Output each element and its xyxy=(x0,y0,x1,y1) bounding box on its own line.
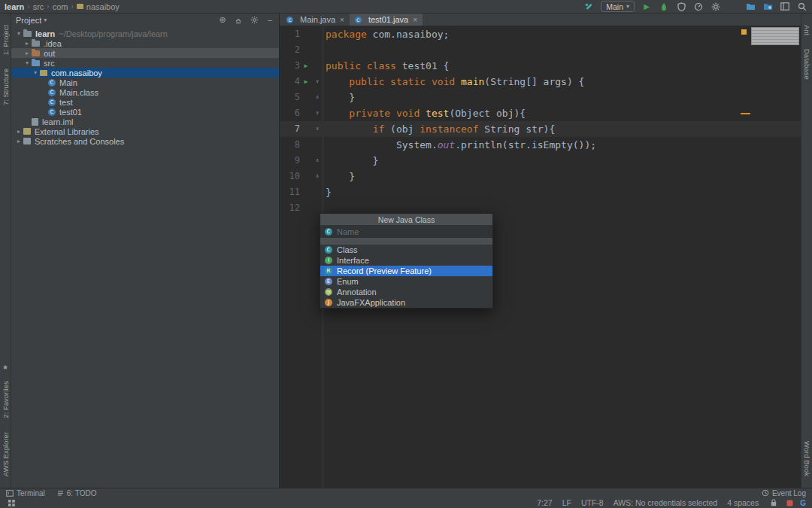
editor-line-10[interactable]: 10∧ } xyxy=(280,169,801,184)
tree-item-main-class[interactable]: CMain.class xyxy=(11,87,279,97)
fold-icon[interactable]: ∧ xyxy=(312,169,323,184)
project-panel-title: Project xyxy=(16,16,41,25)
panel-settings-gear-icon[interactable] xyxy=(250,16,259,25)
fold-icon[interactable]: ∧ xyxy=(312,153,323,169)
popup-separator xyxy=(320,238,492,245)
tree-expand-arrow-icon[interactable]: ▾ xyxy=(31,69,40,76)
hide-panel-icon[interactable]: − xyxy=(265,16,274,25)
breadcrumb-item-src[interactable]: src xyxy=(33,2,44,11)
toolwindow-button-aws-explorer[interactable]: AWS Explorer xyxy=(2,432,10,476)
breadcrumb-item-nasaiboy[interactable]: nasaiboy xyxy=(86,2,120,11)
run-settings-gear-icon[interactable] xyxy=(710,2,721,12)
layout-icon[interactable] xyxy=(780,2,790,12)
close-icon[interactable]: × xyxy=(413,16,417,24)
kind-option-enum[interactable]: EEnum xyxy=(320,276,492,287)
editor-line-3[interactable]: 3▶public class test01 { xyxy=(280,58,801,74)
grazie-icon[interactable]: G xyxy=(800,499,806,507)
editor-line-11[interactable]: 11} xyxy=(280,184,801,200)
tree-item-com-nasaiboy[interactable]: ▾com.nasaiboy xyxy=(11,68,279,78)
status-item-7-27[interactable]: 7:27 xyxy=(537,498,552,507)
status-item-utf-8[interactable]: UTF-8 xyxy=(581,498,604,507)
locate-file-icon[interactable]: ⊕ xyxy=(218,16,227,25)
tab-test01-java[interactable]: Ctest01.java× xyxy=(350,14,423,26)
kind-option-interface[interactable]: IInterface xyxy=(320,255,492,266)
status-item-aws-no-credentials-selected[interactable]: AWS: No credentials selected xyxy=(614,498,718,507)
tree-item-idea[interactable]: ▸.idea xyxy=(11,38,279,48)
toolwindow-terminal-button[interactable]: Terminal xyxy=(6,489,45,497)
inspection-indicator-icon[interactable] xyxy=(741,29,747,35)
tree-item-test[interactable]: Ctest xyxy=(11,97,279,107)
toolwindow-button-ant[interactable]: Ant xyxy=(803,25,811,35)
kind-option-javafxapplication[interactable]: JJavaFXApplication xyxy=(320,297,492,308)
editor-line-1[interactable]: 1package com.nasaiboy; xyxy=(280,26,801,42)
class-name-input[interactable]: C Name xyxy=(320,225,492,238)
breadcrumb-item-learn[interactable]: learn xyxy=(5,2,24,11)
event-log-button[interactable]: Event Log xyxy=(762,489,806,497)
status-item-lf[interactable]: LF xyxy=(562,498,571,507)
fold-icon[interactable]: ∨ xyxy=(312,74,323,90)
kind-option-record-preview-feature[interactable]: RRecord (Preview Feature) xyxy=(320,266,492,276)
build-hammer-icon[interactable] xyxy=(583,2,594,12)
status-item-4-spaces[interactable]: 4 spaces xyxy=(727,498,759,507)
tree-item-out[interactable]: ▸out xyxy=(11,48,279,58)
toolwindow-button-word-book[interactable]: Word Book xyxy=(803,441,811,476)
toolwindow-button-1-project[interactable]: 1: Project xyxy=(2,25,10,55)
run-config-select[interactable]: Main ▾ xyxy=(601,1,635,12)
tab-main-java[interactable]: CMain.java× xyxy=(281,14,350,26)
editor-line-5[interactable]: 5∧ } xyxy=(280,90,801,105)
breadcrumb-item-com[interactable]: com xyxy=(53,2,68,11)
fold-icon[interactable]: ∧ xyxy=(312,90,323,105)
run-arrow-icon[interactable]: ▶ xyxy=(300,58,312,74)
toolwindow-button-database[interactable]: Database xyxy=(803,49,811,80)
kind-option-class[interactable]: CClass xyxy=(320,245,492,255)
class-icon: C xyxy=(48,108,56,116)
library-icon xyxy=(23,128,31,135)
run-arrow-icon[interactable]: ▶ xyxy=(300,74,312,90)
remote-folder-icon[interactable] xyxy=(762,2,773,12)
tree-expand-arrow-icon[interactable]: ▸ xyxy=(23,50,32,56)
notification-plugin-icon[interactable] xyxy=(784,497,795,508)
tree-label: learn.iml xyxy=(42,117,74,126)
toolwindow-button-7-structure[interactable]: 7: Structure xyxy=(2,68,10,105)
tab-label: test01.java xyxy=(368,15,408,24)
tree-expand-arrow-icon[interactable]: ▸ xyxy=(14,128,23,135)
collapse-all-icon[interactable] xyxy=(234,16,243,25)
search-icon[interactable] xyxy=(797,2,807,12)
editor-line-9[interactable]: 9∧ } xyxy=(280,153,801,169)
status-icons: G xyxy=(768,497,806,508)
tree-item-test01[interactable]: Ctest01 xyxy=(11,107,279,117)
tree-expand-arrow-icon[interactable]: ▾ xyxy=(14,30,23,37)
editor-line-4[interactable]: 4▶∨ public static void main(String[] arg… xyxy=(280,74,801,90)
tree-item-main[interactable]: CMain xyxy=(11,78,279,87)
editor-line-2[interactable]: 2 xyxy=(280,42,801,58)
toolwindow-todo-button[interactable]: 6: TODO xyxy=(57,489,97,497)
tree-expand-arrow-icon[interactable]: ▸ xyxy=(23,40,32,47)
editor-line-7[interactable]: 7∨ if (obj instanceof String str){ xyxy=(280,121,801,137)
run-button[interactable]: ▶ xyxy=(641,2,652,12)
editor-line-6[interactable]: 6∨ private void test(Object obj){ xyxy=(280,105,801,121)
tree-item-scratches-and-consoles[interactable]: ▸Scratches and Consoles xyxy=(11,136,279,146)
tree-expand-arrow-icon[interactable]: ▾ xyxy=(23,59,32,66)
fold-icon[interactable]: ∨ xyxy=(312,121,323,137)
run-spacer xyxy=(300,121,312,137)
code-text: private void test(Object obj){ xyxy=(323,105,526,121)
tree-item-src[interactable]: ▾src xyxy=(11,58,279,68)
debug-bug-icon[interactable] xyxy=(659,2,669,12)
toolwindow-button-2-favorites[interactable]: 2: Favorites xyxy=(2,381,10,418)
editor-line-8[interactable]: 8 System.out.println(str.isEmpty()); xyxy=(280,137,801,153)
kind-option-annotation[interactable]: @Annotation xyxy=(320,287,492,297)
profiler-icon[interactable] xyxy=(693,2,704,12)
lock-icon[interactable] xyxy=(768,497,779,508)
tree-item-external-libraries[interactable]: ▸External Libraries xyxy=(11,126,279,136)
coverage-shield-icon[interactable] xyxy=(676,2,686,12)
breadcrumb[interactable]: learn›src›com›nasaiboy xyxy=(5,2,120,11)
tree-item-learn-iml[interactable]: learn.iml xyxy=(11,117,279,126)
right-tool-stripe: AntDatabase Word Book xyxy=(801,14,812,488)
project-panel-header[interactable]: Project ▾ ⊕ − xyxy=(11,14,279,26)
commit-folder-icon[interactable] xyxy=(745,2,756,12)
fold-icon[interactable]: ∨ xyxy=(312,105,323,121)
quick-access-grid-icon[interactable] xyxy=(6,497,17,508)
tree-item-learn[interactable]: ▾learn~/Desktop/program/java/learn xyxy=(11,29,279,38)
tree-expand-arrow-icon[interactable]: ▸ xyxy=(14,138,23,144)
close-icon[interactable]: × xyxy=(340,16,344,24)
